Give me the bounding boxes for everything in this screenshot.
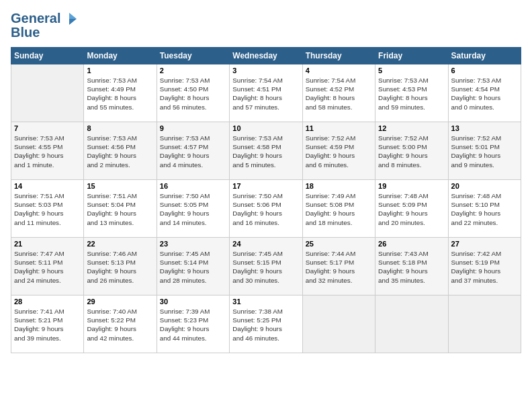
day-info: Sunrise: 7:49 AM Sunset: 5:08 PM Dayligh…: [306, 191, 372, 227]
logo-bird-icon: [62, 11, 77, 26]
logo-general: General: [11, 11, 60, 26]
day-info: Sunrise: 7:50 AM Sunset: 5:05 PM Dayligh…: [160, 191, 226, 227]
calendar-cell: 18Sunrise: 7:49 AM Sunset: 5:08 PM Dayli…: [302, 180, 375, 238]
day-number: 1: [87, 66, 153, 75]
day-number: 7: [14, 124, 81, 132]
svg-marker-0: [69, 13, 77, 19]
day-info: Sunrise: 7:50 AM Sunset: 5:06 PM Dayligh…: [232, 191, 299, 227]
day-info: Sunrise: 7:53 AM Sunset: 4:55 PM Dayligh…: [14, 134, 81, 169]
day-number: 15: [87, 182, 153, 190]
day-info: Sunrise: 7:39 AM Sunset: 5:23 PM Dayligh…: [160, 307, 226, 342]
day-info: Sunrise: 7:53 AM Sunset: 4:50 PM Dayligh…: [160, 76, 226, 111]
day-info: Sunrise: 7:45 AM Sunset: 5:15 PM Dayligh…: [232, 249, 299, 285]
day-info: Sunrise: 7:53 AM Sunset: 4:49 PM Dayligh…: [87, 76, 153, 111]
calendar-cell: 29Sunrise: 7:40 AM Sunset: 5:22 PM Dayli…: [84, 295, 157, 353]
calendar-cell: 1Sunrise: 7:53 AM Sunset: 4:49 PM Daylig…: [84, 64, 157, 122]
page-header: General Blue: [11, 11, 521, 40]
header-day-wednesday: Wednesday: [230, 48, 302, 64]
header-row: SundayMondayTuesdayWednesdayThursdayFrid…: [11, 48, 521, 64]
calendar-cell: 24Sunrise: 7:45 AM Sunset: 5:15 PM Dayli…: [230, 238, 302, 295]
day-number: 28: [14, 298, 81, 306]
day-number: 4: [306, 66, 372, 75]
calendar-cell: 5Sunrise: 7:53 AM Sunset: 4:53 PM Daylig…: [375, 64, 448, 122]
day-number: 10: [232, 124, 299, 132]
page-container: General Blue SundayMondayTuesdayWednesda…: [0, 0, 532, 411]
calendar-cell: 27Sunrise: 7:42 AM Sunset: 5:19 PM Dayli…: [448, 238, 521, 295]
logo-brand: General: [11, 11, 77, 26]
calendar-cell: [448, 295, 521, 353]
day-info: Sunrise: 7:51 AM Sunset: 5:04 PM Dayligh…: [87, 191, 153, 227]
header-day-monday: Monday: [84, 48, 157, 64]
day-info: Sunrise: 7:53 AM Sunset: 4:56 PM Dayligh…: [87, 134, 153, 169]
calendar-cell: 21Sunrise: 7:47 AM Sunset: 5:11 PM Dayli…: [11, 238, 84, 295]
day-info: Sunrise: 7:52 AM Sunset: 4:59 PM Dayligh…: [306, 134, 372, 169]
day-number: 26: [378, 240, 445, 248]
day-info: Sunrise: 7:53 AM Sunset: 4:53 PM Dayligh…: [378, 76, 445, 111]
calendar-cell: [302, 295, 375, 353]
calendar-cell: 11Sunrise: 7:52 AM Sunset: 4:59 PM Dayli…: [302, 122, 375, 180]
calendar-cell: 16Sunrise: 7:50 AM Sunset: 5:05 PM Dayli…: [157, 180, 229, 238]
calendar-cell: 6Sunrise: 7:53 AM Sunset: 4:54 PM Daylig…: [448, 64, 521, 122]
logo: General Blue: [11, 11, 77, 40]
calendar-cell: 23Sunrise: 7:45 AM Sunset: 5:14 PM Dayli…: [157, 238, 229, 295]
day-info: Sunrise: 7:41 AM Sunset: 5:21 PM Dayligh…: [14, 307, 81, 342]
day-number: 31: [232, 298, 299, 306]
calendar-cell: 12Sunrise: 7:52 AM Sunset: 5:00 PM Dayli…: [375, 122, 448, 180]
day-info: Sunrise: 7:52 AM Sunset: 5:01 PM Dayligh…: [451, 134, 518, 169]
calendar-table: SundayMondayTuesdayWednesdayThursdayFrid…: [11, 47, 521, 353]
day-info: Sunrise: 7:53 AM Sunset: 4:54 PM Dayligh…: [451, 76, 518, 111]
day-number: 29: [87, 298, 153, 306]
header-day-saturday: Saturday: [448, 48, 521, 64]
calendar-cell: 4Sunrise: 7:54 AM Sunset: 4:52 PM Daylig…: [302, 64, 375, 122]
calendar-cell: 26Sunrise: 7:43 AM Sunset: 5:18 PM Dayli…: [375, 238, 448, 295]
day-info: Sunrise: 7:38 AM Sunset: 5:25 PM Dayligh…: [232, 307, 299, 342]
day-info: Sunrise: 7:53 AM Sunset: 4:57 PM Dayligh…: [160, 134, 226, 169]
calendar-cell: 15Sunrise: 7:51 AM Sunset: 5:04 PM Dayli…: [84, 180, 157, 238]
calendar-cell: 2Sunrise: 7:53 AM Sunset: 4:50 PM Daylig…: [157, 64, 229, 122]
day-info: Sunrise: 7:51 AM Sunset: 5:03 PM Dayligh…: [14, 191, 81, 227]
day-number: 11: [306, 124, 372, 132]
day-number: 23: [160, 240, 226, 248]
day-info: Sunrise: 7:48 AM Sunset: 5:09 PM Dayligh…: [378, 191, 445, 227]
calendar-cell: 19Sunrise: 7:48 AM Sunset: 5:09 PM Dayli…: [375, 180, 448, 238]
day-number: 19: [378, 182, 445, 190]
day-info: Sunrise: 7:53 AM Sunset: 4:58 PM Dayligh…: [232, 134, 299, 169]
day-number: 21: [14, 240, 81, 248]
day-info: Sunrise: 7:54 AM Sunset: 4:52 PM Dayligh…: [306, 76, 372, 111]
day-info: Sunrise: 7:47 AM Sunset: 5:11 PM Dayligh…: [14, 249, 81, 285]
header-day-tuesday: Tuesday: [157, 48, 229, 64]
day-number: 8: [87, 124, 153, 132]
day-number: 3: [232, 66, 299, 75]
day-info: Sunrise: 7:52 AM Sunset: 5:00 PM Dayligh…: [378, 134, 445, 169]
day-number: 5: [378, 66, 445, 75]
day-info: Sunrise: 7:54 AM Sunset: 4:51 PM Dayligh…: [232, 76, 299, 111]
day-info: Sunrise: 7:48 AM Sunset: 5:10 PM Dayligh…: [451, 191, 518, 227]
day-number: 20: [451, 182, 518, 190]
day-info: Sunrise: 7:42 AM Sunset: 5:19 PM Dayligh…: [451, 249, 518, 285]
calendar-cell: 30Sunrise: 7:39 AM Sunset: 5:23 PM Dayli…: [157, 295, 229, 353]
svg-marker-1: [69, 19, 77, 25]
header-day-sunday: Sunday: [11, 48, 84, 64]
calendar-cell: 25Sunrise: 7:44 AM Sunset: 5:17 PM Dayli…: [302, 238, 375, 295]
day-number: 25: [306, 240, 372, 248]
day-number: 12: [378, 124, 445, 132]
day-info: Sunrise: 7:43 AM Sunset: 5:18 PM Dayligh…: [378, 249, 445, 285]
header-day-friday: Friday: [375, 48, 448, 64]
day-info: Sunrise: 7:45 AM Sunset: 5:14 PM Dayligh…: [160, 249, 226, 285]
calendar-cell: [11, 64, 84, 122]
day-number: 14: [14, 182, 81, 190]
day-info: Sunrise: 7:44 AM Sunset: 5:17 PM Dayligh…: [306, 249, 372, 285]
day-number: 24: [232, 240, 299, 248]
day-number: 27: [451, 240, 518, 248]
calendar-cell: 17Sunrise: 7:50 AM Sunset: 5:06 PM Dayli…: [230, 180, 302, 238]
day-number: 13: [451, 124, 518, 132]
calendar-cell: [375, 295, 448, 353]
week-row-3: 14Sunrise: 7:51 AM Sunset: 5:03 PM Dayli…: [11, 180, 521, 238]
header-day-thursday: Thursday: [302, 48, 375, 64]
calendar-cell: 10Sunrise: 7:53 AM Sunset: 4:58 PM Dayli…: [230, 122, 302, 180]
calendar-cell: 22Sunrise: 7:46 AM Sunset: 5:13 PM Dayli…: [84, 238, 157, 295]
day-number: 9: [160, 124, 226, 132]
calendar-cell: 14Sunrise: 7:51 AM Sunset: 5:03 PM Dayli…: [11, 180, 84, 238]
calendar-cell: 20Sunrise: 7:48 AM Sunset: 5:10 PM Dayli…: [448, 180, 521, 238]
day-number: 6: [451, 66, 518, 75]
